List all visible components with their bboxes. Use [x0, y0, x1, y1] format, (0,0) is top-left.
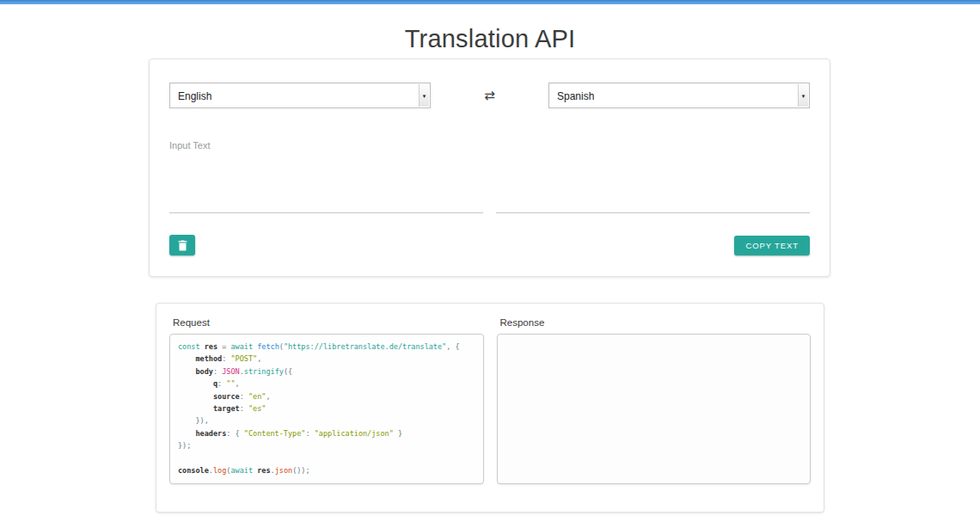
api-card: Request Response const res = await fetch… — [156, 303, 824, 513]
output-text-area[interactable] — [496, 130, 810, 213]
trash-icon — [178, 240, 187, 251]
request-label: Request — [169, 317, 484, 328]
language-selector-row: English ▾ ⇄ Spanish ▾ — [169, 83, 810, 108]
dropdown-arrow-icon: ▾ — [419, 84, 429, 107]
swap-languages-icon[interactable]: ⇄ — [484, 88, 495, 103]
dropdown-arrow-icon: ▾ — [798, 84, 808, 107]
api-boxes-row: const res = await fetch("https://libretr… — [169, 334, 811, 484]
request-code-block: const res = await fetch("https://libretr… — [170, 335, 483, 482]
target-language-value: Spanish — [557, 90, 594, 102]
page-title: Translation API — [0, 25, 980, 53]
request-box: const res = await fetch("https://libretr… — [169, 334, 484, 484]
copy-text-button[interactable]: COPY TEXT — [734, 236, 810, 255]
text-areas-row — [169, 130, 810, 213]
input-text-area[interactable] — [169, 130, 483, 213]
source-language-select[interactable]: English ▾ — [169, 83, 431, 108]
delete-button[interactable] — [169, 235, 195, 255]
target-language-select[interactable]: Spanish ▾ — [548, 83, 810, 108]
top-accent-bar — [0, 0, 980, 4]
api-labels-row: Request Response — [169, 317, 811, 328]
response-label: Response — [497, 317, 812, 328]
source-language-value: English — [178, 90, 211, 102]
translator-card: English ▾ ⇄ Spanish ▾ COPY TEXT — [149, 58, 830, 277]
actions-row: COPY TEXT — [169, 235, 810, 255]
response-box — [497, 334, 812, 484]
